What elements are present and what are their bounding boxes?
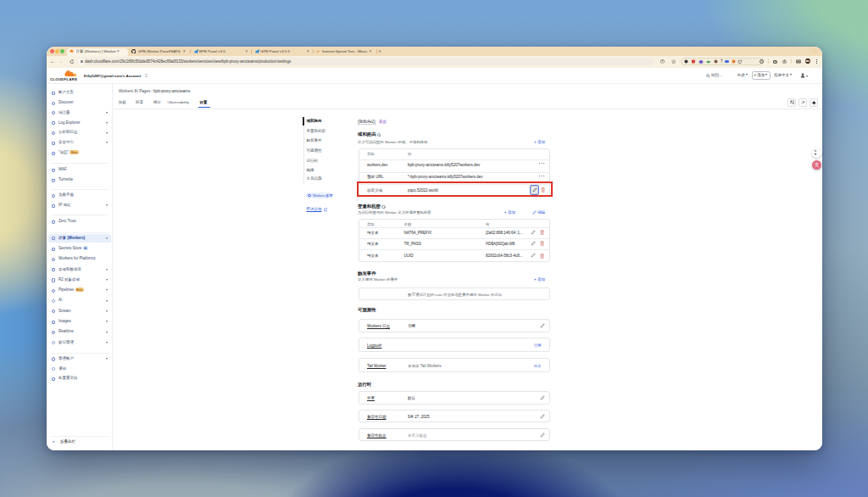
svg-text:T: T: [721, 60, 723, 64]
